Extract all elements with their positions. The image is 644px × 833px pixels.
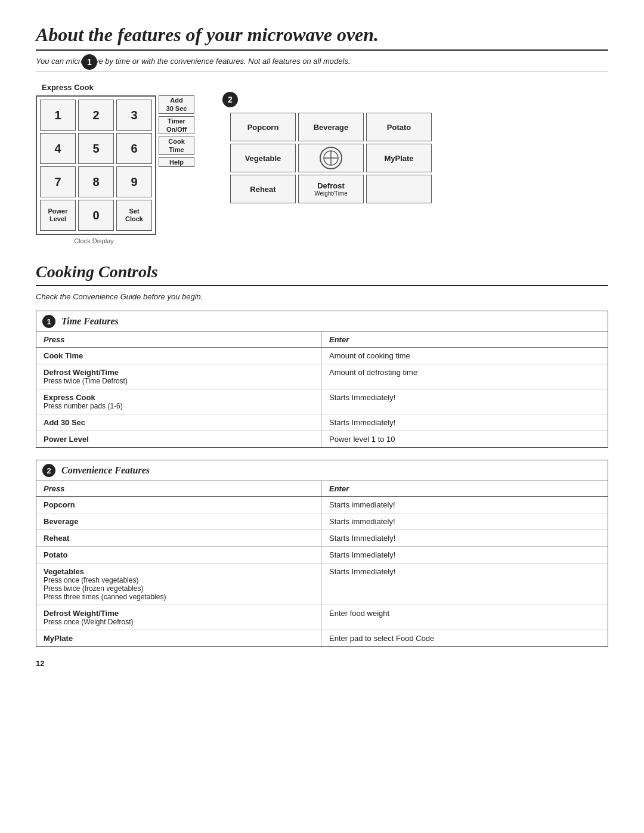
press-main: Reheat <box>44 534 314 543</box>
table-row: Power LevelPower level 1 to 10 <box>36 431 608 447</box>
table-row: PopcornStarts immediately! <box>36 497 608 513</box>
table-cell-press: MyPlate <box>36 630 322 646</box>
section2-col-headers: Press Enter <box>36 481 608 497</box>
express-cook-label: Express Cook <box>42 83 94 92</box>
btn-vegetable[interactable]: Vegetable <box>230 144 296 172</box>
table-cell-enter: Starts Immediately! <box>322 389 608 414</box>
press-sub: Press once (Weight Defrost) <box>44 618 314 626</box>
table-row: Express CookPress number pads (1-6)Start… <box>36 389 608 414</box>
press-sub: Press number pads (1-6) <box>44 402 314 410</box>
cooking-divider <box>36 285 608 286</box>
page-main-title: About the features of your microwave ove… <box>36 24 608 46</box>
table-cell-press: Potato <box>36 547 322 563</box>
key-cook-time[interactable]: CookTime <box>159 137 194 155</box>
key-9[interactable]: 9 <box>116 166 152 197</box>
table-cell-enter: Starts Immediately! <box>322 414 608 431</box>
table-row: MyPlateEnter pad to select Food Code <box>36 630 608 646</box>
btn-defrost-main: Defrost <box>317 181 345 190</box>
convenience-grid: Popcorn Beverage Potato Vegetable MyPlat… <box>230 113 432 203</box>
key-8[interactable]: 8 <box>78 166 114 197</box>
section2-badge: 2 <box>42 464 55 477</box>
key-4[interactable]: 4 <box>40 133 76 164</box>
press-main: Add 30 Sec <box>44 418 314 427</box>
cooking-controls-title: Cooking Controls <box>36 262 608 281</box>
key-set-clock[interactable]: SetClock <box>116 200 152 231</box>
myplate-icon <box>319 146 343 170</box>
press-main: Popcorn <box>44 500 314 509</box>
section1-col-headers: Press Enter <box>36 332 608 348</box>
section1-col-press: Press <box>36 332 322 347</box>
table-row: Defrost Weight/TimePress twice (Time Def… <box>36 364 608 389</box>
convenience-btns-section: 2 Popcorn Beverage Potato Vegetable MyPl… <box>230 83 432 203</box>
table-row: PotatoStarts Immediately! <box>36 547 608 563</box>
press-main: Potato <box>44 550 314 559</box>
key-3[interactable]: 3 <box>116 100 152 131</box>
press-main: Power Level <box>44 435 314 444</box>
table-row: VegetablesPress once (fresh vegetables)P… <box>36 563 608 605</box>
press-main: Cook Time <box>44 351 314 360</box>
table-cell-enter: Power level 1 to 10 <box>322 431 608 447</box>
key-timer-on-off[interactable]: TimerOn/Off <box>159 116 194 135</box>
key-5[interactable]: 5 <box>78 133 114 164</box>
top-divider <box>36 49 608 51</box>
subtitle-text: You can microwave by time or with the co… <box>36 57 608 66</box>
table-cell-press: VegetablesPress once (fresh vegetables)P… <box>36 563 322 605</box>
table-cell-enter: Amount of cooking time <box>322 348 608 364</box>
table-row: BeverageStarts immediately! <box>36 513 608 530</box>
key-help[interactable]: Help <box>159 157 194 167</box>
section2-header: 2 Convenience Features <box>36 460 608 481</box>
table-cell-press: Express CookPress number pads (1-6) <box>36 389 322 414</box>
key-power-level[interactable]: PowerLevel <box>40 200 76 231</box>
table-cell-press: Power Level <box>36 431 322 447</box>
btn-center-icon[interactable] <box>298 144 364 172</box>
key-1[interactable]: 1 <box>40 100 76 131</box>
keypad-left: 1 Express Cook 1 2 3 4 5 6 <box>36 83 194 244</box>
key-2[interactable]: 2 <box>78 100 114 131</box>
section2-block: 2 Convenience Features Press Enter Popco… <box>36 460 608 647</box>
section2-rows: PopcornStarts immediately!BeverageStarts… <box>36 497 608 646</box>
table-cell-enter: Starts Immediately! <box>322 530 608 546</box>
keypad-section: 1 Express Cook 1 2 3 4 5 6 <box>36 83 608 244</box>
press-sub: Press once (fresh vegetables) <box>44 576 314 584</box>
cooking-subtitle: Check the Convenience Guide before you b… <box>36 292 608 301</box>
table-cell-press: Defrost Weight/TimePress once (Weight De… <box>36 605 322 630</box>
press-sub: Press three times (canned vegetables) <box>44 593 314 601</box>
section2-title: Convenience Features <box>61 465 150 476</box>
section1-header: 1 Time Features <box>36 311 608 332</box>
btn-reheat[interactable]: Reheat <box>230 175 296 203</box>
table-cell-enter: Amount of defrosting time <box>322 364 608 389</box>
btn-myplate[interactable]: MyPlate <box>366 144 432 172</box>
table-cell-enter: Starts Immediately! <box>322 547 608 563</box>
press-sub: Press twice (frozen vegetables) <box>44 584 314 593</box>
table-row: Cook TimeAmount of cooking time <box>36 348 608 364</box>
table-cell-enter: Starts immediately! <box>322 497 608 513</box>
key-add-30-sec[interactable]: Add30 Sec <box>159 95 194 114</box>
press-main: Express Cook <box>44 393 314 402</box>
table-row: ReheatStarts Immediately! <box>36 530 608 547</box>
table-cell-press: Cook Time <box>36 348 322 364</box>
btn-potato[interactable]: Potato <box>366 113 432 141</box>
section2-col-press: Press <box>36 481 322 496</box>
btn-beverage[interactable]: Beverage <box>298 113 364 141</box>
badge-1: 1 <box>82 54 97 70</box>
table-cell-press: Beverage <box>36 513 322 529</box>
key-0[interactable]: 0 <box>78 200 114 231</box>
press-main: Defrost Weight/Time <box>44 609 314 618</box>
table-cell-enter: Enter food weight <box>322 605 608 630</box>
press-sub: Press twice (Time Defrost) <box>44 377 314 385</box>
table-cell-press: Add 30 Sec <box>36 414 322 431</box>
section1-rows: Cook TimeAmount of cooking timeDefrost W… <box>36 348 608 447</box>
btn-defrost-sub: Weight/Time <box>314 190 348 197</box>
btn-popcorn[interactable]: Popcorn <box>230 113 296 141</box>
badge-2: 2 <box>222 92 238 107</box>
table-cell-press: Popcorn <box>36 497 322 513</box>
key-6[interactable]: 6 <box>116 133 152 164</box>
table-row: Defrost Weight/TimePress once (Weight De… <box>36 605 608 630</box>
key-7[interactable]: 7 <box>40 166 76 197</box>
page-number: 12 <box>36 659 608 668</box>
clock-display-label: Clock Display <box>36 237 152 244</box>
section1-block: 1 Time Features Press Enter Cook TimeAmo… <box>36 311 608 448</box>
btn-defrost[interactable]: Defrost Weight/Time <box>298 175 364 203</box>
press-main: Defrost Weight/Time <box>44 368 314 377</box>
press-main: Vegetables <box>44 567 314 576</box>
